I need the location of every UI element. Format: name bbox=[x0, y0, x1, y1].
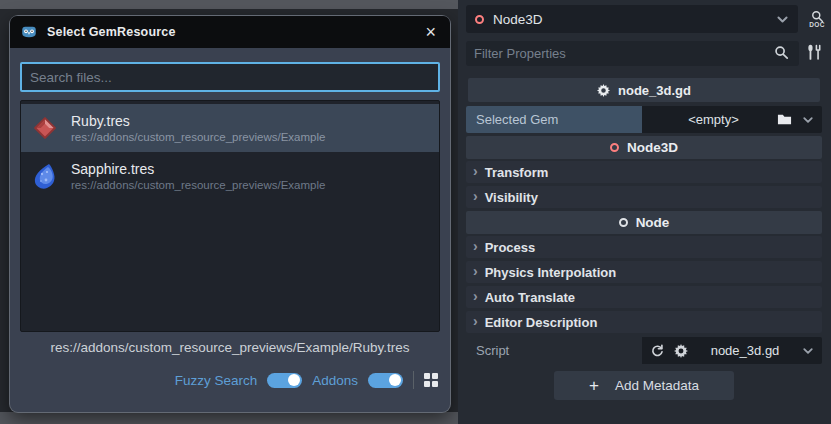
script-value: node_3d.gd bbox=[698, 343, 792, 358]
group-transform[interactable]: › Transform bbox=[466, 161, 822, 183]
inspector-panel: Node3D DOC node_3d.gd Selected Gem <empt… bbox=[458, 0, 831, 424]
selected-file-path: res://addons/custom_resource_previews/Ex… bbox=[10, 340, 450, 355]
group-process[interactable]: › Process bbox=[466, 236, 822, 258]
add-metadata-button[interactable]: + Add Metadata bbox=[554, 371, 734, 400]
expand-arrow-icon: › bbox=[473, 314, 478, 328]
doc-label: DOC bbox=[809, 21, 825, 28]
expand-arrow-icon: › bbox=[473, 164, 478, 178]
toggle-knob bbox=[288, 374, 300, 386]
group-physics-interpolation[interactable]: › Physics Interpolation bbox=[466, 261, 822, 283]
property-row-selected-gem: Selected Gem <empty> bbox=[466, 106, 822, 133]
backdrop-bottom-strip bbox=[0, 412, 458, 424]
resource-value: <empty> bbox=[650, 112, 777, 127]
resource-picker-dropdown[interactable]: <empty> bbox=[642, 106, 822, 133]
chevron-down-icon bbox=[802, 114, 814, 126]
node3d-icon bbox=[610, 143, 619, 152]
dialog-bottom-bar: Fuzzy Search Addons bbox=[175, 366, 438, 394]
group-label: Visibility bbox=[485, 190, 538, 205]
group-label: Editor Description bbox=[485, 315, 598, 330]
script-picker-dropdown[interactable]: node_3d.gd bbox=[642, 337, 822, 364]
group-label: Physics Interpolation bbox=[485, 265, 616, 280]
open-docs-button[interactable]: DOC bbox=[805, 4, 829, 34]
property-row-script: Script node_3d.gd bbox=[466, 337, 822, 364]
list-item-ruby[interactable]: Ruby.tres res://addons/custom_resource_p… bbox=[21, 104, 439, 152]
file-name: Sapphire.tres bbox=[71, 161, 325, 177]
file-path: res://addons/custom_resource_previews/Ex… bbox=[71, 179, 325, 191]
search-input[interactable] bbox=[20, 62, 440, 92]
group-label: Auto Translate bbox=[485, 290, 575, 305]
dialog-titlebar[interactable]: Select GemResource × bbox=[10, 16, 450, 48]
backdrop-top-strip bbox=[0, 0, 458, 9]
fuzzy-search-label: Fuzzy Search bbox=[175, 373, 258, 388]
script-section-header[interactable]: node_3d.gd bbox=[468, 78, 820, 102]
category-node3d: Node3D bbox=[466, 136, 822, 159]
property-label: Script bbox=[466, 343, 642, 358]
plus-icon: + bbox=[589, 377, 599, 394]
category-title: Node bbox=[636, 215, 670, 230]
group-auto-translate[interactable]: › Auto Translate bbox=[466, 286, 822, 308]
ruby-gem-icon bbox=[29, 112, 61, 144]
file-path: res://addons/custom_resource_previews/Ex… bbox=[71, 131, 325, 143]
category-node: Node bbox=[466, 211, 822, 234]
group-visibility[interactable]: › Visibility bbox=[466, 186, 822, 208]
reload-icon bbox=[650, 344, 664, 358]
file-name: Ruby.tres bbox=[71, 113, 325, 129]
add-metadata-label: Add Metadata bbox=[615, 378, 699, 393]
gear-icon bbox=[597, 84, 610, 97]
file-list: Ruby.tres res://addons/custom_resource_p… bbox=[20, 100, 440, 332]
expand-arrow-icon: › bbox=[473, 239, 478, 253]
node-icon bbox=[619, 218, 628, 227]
expand-arrow-icon: › bbox=[473, 189, 478, 203]
addons-toggle[interactable] bbox=[368, 373, 403, 388]
group-label: Process bbox=[485, 240, 536, 255]
fuzzy-search-toggle[interactable] bbox=[267, 373, 302, 388]
node-type-dropdown[interactable]: Node3D bbox=[466, 5, 798, 33]
screenshot-root: Select GemResource × Ruby bbox=[0, 0, 831, 424]
reload-script-button[interactable] bbox=[650, 344, 664, 358]
divider bbox=[413, 371, 414, 389]
list-item-sapphire[interactable]: Sapphire.tres res://addons/custom_resour… bbox=[21, 152, 439, 200]
property-label: Selected Gem bbox=[466, 106, 642, 133]
expand-arrow-icon: › bbox=[473, 264, 478, 278]
sapphire-gem-icon bbox=[29, 160, 61, 192]
node-type-label: Node3D bbox=[493, 12, 767, 27]
category-title: Node3D bbox=[627, 140, 678, 155]
script-section-title: node_3d.gd bbox=[618, 83, 691, 98]
toggle-knob bbox=[389, 374, 401, 386]
select-gemresource-dialog: Select GemResource × Ruby bbox=[10, 16, 450, 412]
group-editor-description[interactable]: › Editor Description bbox=[466, 311, 822, 333]
dialog-title: Select GemResource bbox=[47, 25, 412, 39]
folder-icon[interactable] bbox=[777, 112, 792, 127]
addons-label: Addons bbox=[312, 373, 358, 388]
node3d-icon bbox=[475, 15, 484, 24]
filter-properties-input[interactable] bbox=[466, 41, 799, 66]
chevron-down-icon bbox=[776, 13, 789, 26]
gear-icon bbox=[674, 344, 688, 358]
grid-view-icon[interactable] bbox=[424, 373, 438, 387]
expand-arrow-icon: › bbox=[473, 289, 478, 303]
godot-logo-icon bbox=[20, 23, 38, 41]
inspector-tools-icon[interactable] bbox=[806, 44, 823, 61]
group-label: Transform bbox=[485, 165, 549, 180]
chevron-down-icon bbox=[802, 345, 814, 357]
script-settings-button[interactable] bbox=[674, 344, 688, 358]
close-icon[interactable]: × bbox=[421, 23, 440, 41]
